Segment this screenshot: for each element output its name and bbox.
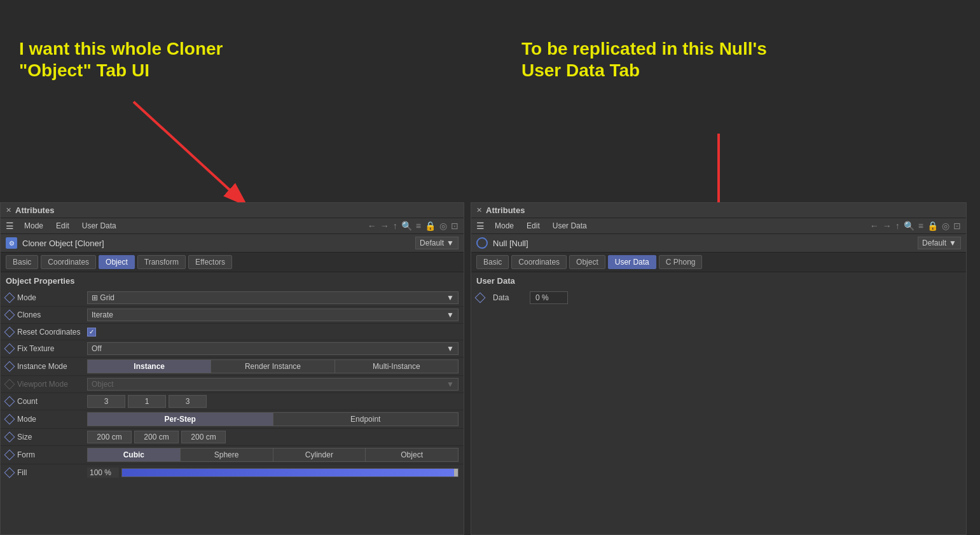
count-y[interactable]: 1 (128, 395, 166, 408)
viewport-mode-diamond[interactable] (4, 379, 15, 390)
right-tab-coordinates[interactable]: Coordinates (511, 255, 567, 269)
fix-texture-dropdown-arrow: ▼ (446, 344, 454, 353)
right-edit-menu[interactable]: Edit (524, 220, 542, 232)
annotation-left: I want this whole Cloner "Object" Tab UI (19, 38, 286, 81)
fill-pct-value[interactable]: 100 % (87, 468, 119, 478)
cloner-object-name: Cloner Object [Cloner] (22, 239, 104, 248)
render-instance-btn[interactable]: Render Instance (211, 359, 335, 373)
right-panel: ✕ Attributes ☰ Mode Edit User Data ← → ↑… (471, 202, 967, 535)
size-value: 200 cm 200 cm 200 cm (87, 431, 459, 443)
count-diamond[interactable] (4, 396, 15, 407)
right-tab-basic[interactable]: Basic (476, 255, 509, 269)
right-tabs-row: Basic Coordinates Object User Data C Pho… (471, 253, 966, 272)
right-user-data-menu[interactable]: User Data (550, 220, 590, 232)
size-diamond[interactable] (4, 432, 15, 443)
right-search-icon[interactable]: 🔍 (904, 221, 914, 231)
count-x[interactable]: 3 (87, 395, 125, 408)
tab-object[interactable]: Object (99, 255, 135, 269)
mode-dropdown[interactable]: ⊞ Grid ▼ (87, 291, 459, 304)
left-up-icon[interactable]: ↑ (393, 221, 397, 231)
step-mode-group: Per-Step Endpoint (87, 412, 459, 426)
edit-menu[interactable]: Edit (53, 220, 72, 232)
right-up-icon[interactable]: ↑ (895, 221, 900, 231)
viewport-mode-value: Object ▼ (87, 378, 459, 391)
prop-count-row: Count 3 1 3 (1, 393, 464, 410)
mode-diamond[interactable] (4, 293, 15, 303)
right-forward-icon[interactable]: → (883, 221, 892, 231)
right-back-icon[interactable]: ← (870, 221, 879, 231)
tab-basic[interactable]: Basic (6, 255, 38, 269)
form-cylinder-btn[interactable]: Cylinder (273, 448, 366, 462)
size-z[interactable]: 200 cm (181, 431, 226, 443)
right-list-icon[interactable]: ≡ (918, 221, 923, 231)
left-close-icon[interactable]: ✕ (6, 206, 11, 214)
left-toolbar: ☰ Mode Edit User Data ← → ↑ 🔍 ≡ 🔒 ◎ ⊡ (1, 218, 464, 234)
right-external-icon[interactable]: ⊡ (953, 221, 961, 231)
mode-menu[interactable]: Mode (22, 220, 46, 232)
right-hamburger-icon[interactable]: ☰ (476, 221, 485, 231)
data-diamond[interactable] (475, 293, 486, 303)
instance-mode-diamond[interactable] (4, 361, 15, 372)
right-lock-icon[interactable]: 🔒 (927, 221, 938, 231)
user-data-menu[interactable]: User Data (79, 220, 119, 232)
reset-coords-checkbox[interactable] (87, 328, 96, 337)
annotation-right: To be replicated in this Null'sUser Data… (521, 38, 767, 81)
fill-diamond[interactable] (4, 468, 15, 478)
left-default-dropdown[interactable]: Default ▼ (415, 237, 459, 249)
per-step-btn[interactable]: Per-Step (87, 412, 273, 426)
form-sphere-btn[interactable]: Sphere (181, 448, 273, 462)
size-x[interactable]: 200 cm (87, 431, 132, 443)
right-close-icon[interactable]: ✕ (476, 206, 482, 214)
size-label: Size (17, 433, 87, 441)
instance-btn[interactable]: Instance (87, 359, 211, 373)
prop-fix-texture-row: Fix Texture Off ▼ (1, 340, 464, 358)
right-mode-menu[interactable]: Mode (492, 220, 516, 232)
viewport-mode-dropdown-value: Object (92, 380, 114, 389)
form-object-btn[interactable]: Object (366, 448, 459, 462)
left-back-icon[interactable]: ← (368, 221, 376, 231)
clones-dropdown-arrow: ▼ (446, 310, 454, 319)
viewport-mode-dropdown-arrow: ▼ (446, 380, 454, 389)
left-target-icon[interactable]: ◎ (439, 221, 447, 231)
right-tab-user-data[interactable]: User Data (608, 255, 656, 269)
clones-value: Iterate ▼ (87, 309, 459, 321)
tab-transform[interactable]: Transform (137, 255, 186, 269)
tab-coordinates[interactable]: Coordinates (41, 255, 96, 269)
left-panel-header: ✕ Attributes (1, 203, 464, 218)
prop-reset-coords-row: Reset Coordinates (1, 324, 464, 340)
left-search-icon[interactable]: 🔍 (401, 221, 412, 231)
clones-dropdown[interactable]: Iterate ▼ (87, 309, 459, 321)
multi-instance-btn[interactable]: Multi-Instance (335, 359, 459, 373)
right-tab-object[interactable]: Object (569, 255, 605, 269)
left-lock-icon[interactable]: 🔒 (425, 221, 436, 231)
tab-effectors[interactable]: Effectors (188, 255, 232, 269)
fix-texture-diamond[interactable] (4, 344, 15, 354)
left-external-icon[interactable]: ⊡ (451, 221, 459, 231)
left-forward-icon[interactable]: → (380, 221, 389, 231)
clones-diamond[interactable] (4, 310, 15, 321)
right-target-icon[interactable]: ◎ (942, 221, 949, 231)
prop-mode-row: Mode ⊞ Grid ▼ (1, 289, 464, 307)
size-y[interactable]: 200 cm (134, 431, 179, 443)
fix-texture-dropdown[interactable]: Off ▼ (87, 342, 459, 355)
left-hamburger-icon[interactable]: ☰ (6, 221, 14, 231)
right-panel-header: ✕ Attributes (471, 203, 966, 218)
step-mode-diamond[interactable] (4, 414, 15, 425)
form-diamond[interactable] (4, 450, 15, 461)
prop-clones-row: Clones Iterate ▼ (1, 307, 464, 324)
fill-label: Fill (17, 468, 87, 477)
left-list-icon[interactable]: ≡ (416, 221, 421, 231)
instance-mode-group: Instance Render Instance Multi-Instance (87, 359, 459, 373)
viewport-mode-dropdown[interactable]: Object ▼ (87, 378, 459, 391)
right-tab-c-phong[interactable]: C Phong (659, 255, 703, 269)
fill-slider-handle[interactable] (454, 469, 458, 476)
reset-coords-diamond[interactable] (4, 326, 15, 337)
step-mode-value: Per-Step Endpoint (87, 412, 459, 426)
endpoint-btn[interactable]: Endpoint (273, 412, 459, 426)
right-default-dropdown[interactable]: Default ▼ (918, 237, 961, 249)
form-cubic-btn[interactable]: Cubic (87, 448, 181, 462)
count-z[interactable]: 3 (169, 395, 207, 408)
data-value[interactable]: 0 % (530, 291, 568, 304)
viewport-mode-label: Viewport Mode (17, 380, 87, 389)
fill-slider[interactable] (121, 468, 459, 477)
